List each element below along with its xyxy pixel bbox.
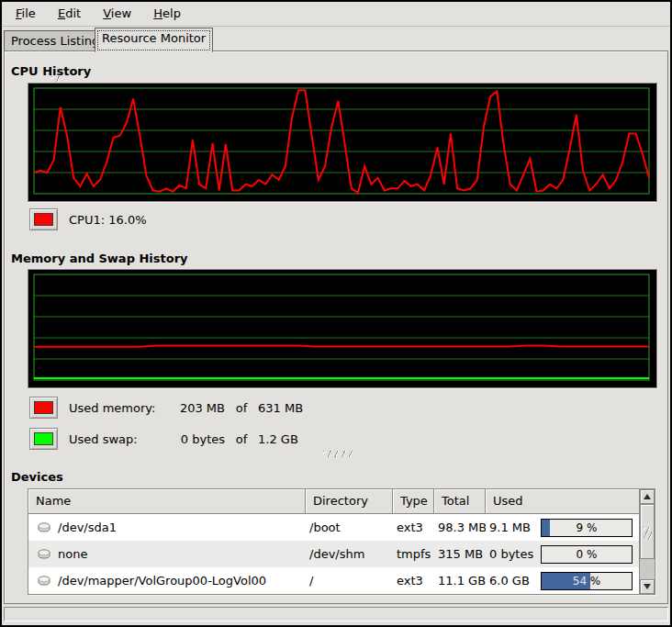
used-swap-legend: Used swap: 0 bytes of 1.2 GB xyxy=(29,427,298,451)
usage-progress-bar: 9 % 9 % xyxy=(541,519,633,537)
device-total: 11.1 GB xyxy=(434,574,486,588)
used-swap-value: 0 bytes xyxy=(166,432,225,446)
cpu-color-swatch xyxy=(34,213,53,226)
cpu-legend: CPU1: 16.0% xyxy=(29,207,147,231)
usage-percent-label-inverse: 54 % xyxy=(542,573,590,589)
device-name: /dev/mapper/VolGroup00-LogVol00 xyxy=(58,574,266,588)
drive-icon xyxy=(36,548,52,560)
scrollbar-grip-icon xyxy=(644,527,652,540)
device-used: 0 bytes xyxy=(489,547,539,561)
device-name: /dev/sda1 xyxy=(58,521,117,534)
menu-file[interactable]: File xyxy=(7,5,44,22)
drive-icon xyxy=(36,521,52,533)
menu-bar: File Edit View Help xyxy=(2,2,670,27)
tab-label: Process Listing xyxy=(11,34,99,48)
device-row-volgroup[interactable]: /dev/mapper/VolGroup00-LogVol00 / ext3 1… xyxy=(28,567,639,594)
device-used: 6.0 GB xyxy=(489,574,539,588)
tab-process-listing[interactable]: Process Listing xyxy=(4,30,106,51)
down-arrow-icon xyxy=(644,584,651,589)
memory-color-swatch xyxy=(34,401,53,414)
tab-label: Resource Monitor xyxy=(102,31,206,45)
system-monitor-window: File Edit View Help Process Listing Reso… xyxy=(0,0,672,627)
usage-percent-label-inverse: 9 % xyxy=(542,520,550,536)
used-memory-label: Used memory: xyxy=(69,401,166,415)
usage-percent-label: 0 % xyxy=(542,546,632,563)
menu-help[interactable]: Help xyxy=(145,5,189,22)
menu-edit[interactable]: Edit xyxy=(50,5,89,22)
column-header-type[interactable]: Type xyxy=(393,489,434,514)
scrollbar-thumb[interactable] xyxy=(640,504,655,559)
memory-color-button[interactable] xyxy=(29,397,58,419)
device-total: 315 MB xyxy=(434,547,486,561)
device-directory: /boot xyxy=(306,521,393,534)
device-row-sda1[interactable]: /dev/sda1 /boot ext3 98.3 MB 9.1 MB 9 % … xyxy=(28,514,639,541)
devices-title: Devices xyxy=(11,470,63,484)
memory-history-title: Memory and Swap History xyxy=(11,252,188,265)
cpu-history-chart xyxy=(28,84,655,199)
used-memory-value: 203 MB xyxy=(166,401,225,415)
used-swap-label: Used swap: xyxy=(69,432,166,446)
usage-progress-fill: 54 % xyxy=(542,573,590,589)
devices-table-body: Name Directory Type Total Used /dev/sda1… xyxy=(28,489,639,594)
devices-table: Name Directory Type Total Used /dev/sda1… xyxy=(28,488,655,595)
device-type: ext3 xyxy=(393,574,434,588)
of-label: of xyxy=(225,401,258,415)
swap-color-button[interactable] xyxy=(29,428,58,450)
pane-resize-grip[interactable] xyxy=(323,451,356,457)
cpu-legend-label: CPU1: 16.0% xyxy=(69,213,147,227)
device-row-none[interactable]: none /dev/shm tmpfs 315 MB 0 bytes 0 % 0… xyxy=(28,541,639,567)
status-bar xyxy=(4,607,668,621)
tab-resource-monitor[interactable]: Resource Monitor xyxy=(95,28,213,52)
device-used: 9.1 MB xyxy=(489,521,539,534)
column-header-directory[interactable]: Directory xyxy=(306,489,393,514)
total-swap-value: 1.2 GB xyxy=(258,432,298,446)
usage-percent-label: 9 % xyxy=(542,520,632,536)
pane-grip-small[interactable] xyxy=(51,76,60,82)
cpu-history-graph xyxy=(28,83,657,202)
device-type: tmpfs xyxy=(393,547,434,561)
device-directory: / xyxy=(306,574,393,588)
column-header-used[interactable]: Used xyxy=(486,489,639,514)
usage-progress-fill: 9 % xyxy=(542,520,550,536)
usage-progress-bar: 0 % 0 % xyxy=(541,545,633,564)
of-label: of xyxy=(225,432,258,446)
up-arrow-icon xyxy=(644,494,651,499)
column-header-total[interactable]: Total xyxy=(434,489,486,514)
device-type: ext3 xyxy=(393,521,434,534)
cpu-color-button[interactable] xyxy=(29,208,58,230)
scroll-up-button[interactable] xyxy=(640,489,655,504)
device-total: 98.3 MB xyxy=(434,521,486,534)
vertical-scrollbar[interactable] xyxy=(639,489,655,594)
scroll-down-button[interactable] xyxy=(640,579,655,594)
usage-progress-bar: 54 % 54 % xyxy=(541,572,633,590)
devices-header-row: Name Directory Type Total Used xyxy=(28,489,639,514)
column-header-name[interactable]: Name xyxy=(28,489,306,514)
total-memory-value: 631 MB xyxy=(258,401,303,415)
drive-icon xyxy=(36,575,52,587)
menu-view[interactable]: View xyxy=(95,5,140,22)
memory-swap-chart xyxy=(28,270,655,386)
swap-color-swatch xyxy=(34,432,53,445)
used-memory-legend: Used memory: 203 MB of 631 MB xyxy=(29,396,303,420)
device-directory: /dev/shm xyxy=(306,547,393,561)
memory-swap-graph xyxy=(28,269,657,388)
tab-bar: Process Listing Resource Monitor xyxy=(2,27,670,51)
device-name: none xyxy=(58,547,87,561)
